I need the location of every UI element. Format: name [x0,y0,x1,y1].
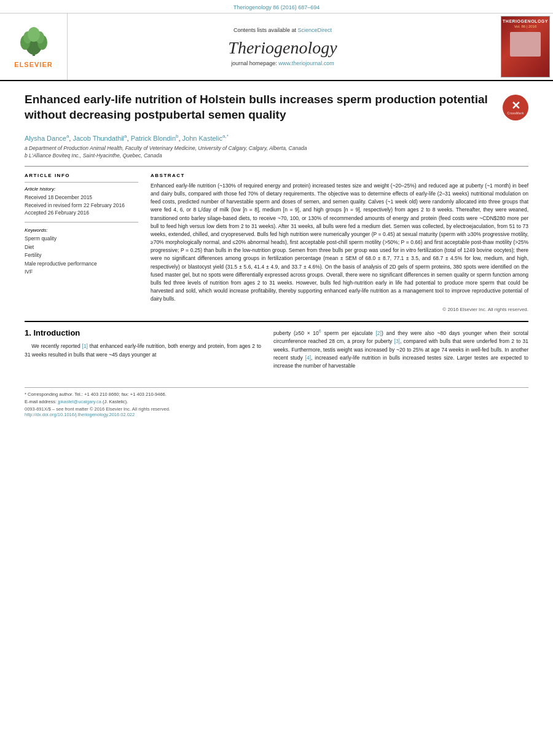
sciencedirect-link[interactable]: ScienceDirect [298,27,332,33]
keyword-1: Sperm quality [25,235,138,243]
affiliation-b: b L'Alliance Boviteq Inc., Saint-Hyacint… [25,152,528,160]
abstract-heading: ABSTRACT [151,173,528,178]
journal-header: ELSEVIER Contents lists available at Sci… [0,14,553,81]
crossmark-icon: ✕ CrossMark [503,95,528,120]
authors-line: Alysha Dancea, Jacob Thundathila, Patric… [25,133,528,142]
received-revised-date: Received in revised form 22 February 201… [25,202,138,210]
crossmark-label: CrossMark [508,111,524,115]
main-content: Enhanced early-life nutrition of Holstei… [0,81,553,381]
elsevier-wordmark: ELSEVIER [14,61,52,68]
article-title: Enhanced early-life nutrition of Holstei… [25,92,503,122]
contents-text: Contents lists available at [233,27,296,33]
homepage-line: journal homepage: www.theriojournal.com [231,60,334,66]
article-info-heading: ARTICLE INFO [25,173,138,178]
journal-cover-image: THERIOGENOLOGY Vol. 86 | 2016 [501,16,550,77]
bold-both: both [168,343,178,349]
ref-1[interactable]: [1] [82,343,88,349]
doi-line[interactable]: http://dx.doi.org/10.1016/j.theriogenolo… [25,412,528,417]
affiliation-a: a Department of Production Animal Health… [25,145,528,152]
elsevier-tree-icon [15,25,52,59]
intro-number: 1. [25,328,33,337]
introduction-left: 1. Introduction We recently reported [1]… [25,328,261,370]
cover-image-placeholder [510,32,541,57]
sciencedirect-line: Contents lists available at ScienceDirec… [233,27,332,33]
affiliations: a Department of Production Animal Health… [25,145,528,160]
intro-title: Introduction [33,328,80,337]
introduction-section: 1. Introduction We recently reported [1]… [25,321,528,370]
email-note: E-mail address: jpkastel@ucalgary.ca (J.… [25,399,528,404]
author-name-thundathil[interactable]: Jacob Thundathil [73,135,124,142]
introduction-heading: 1. Introduction [25,328,261,337]
author-name-dance[interactable]: Alysha Dance [25,135,66,142]
introduction-left-text: We recently reported [1] that enhanced e… [25,342,261,358]
two-column-section: ARTICLE INFO Article history: Received 1… [25,166,528,313]
top-bar: Theriogenology 86 (2016) 687–694 [0,0,553,14]
author-name-kastelic[interactable]: John Kastelic [182,135,222,142]
footer: * Corresponding author. Tel.: +1 403 210… [25,387,528,421]
accepted-date: Accepted 26 February 2016 [25,209,138,217]
email-address[interactable]: jpkastel@ucalgary.ca [58,399,101,404]
cover-journal-title: THERIOGENOLOGY [503,19,548,23]
keywords-section: Keywords: Sperm quality Diet Fertility M… [25,227,138,277]
email-label: E-mail address: [25,399,58,404]
homepage-text: journal homepage: [231,60,277,66]
abstract-column: ABSTRACT Enhanced early-life nutrition (… [151,173,528,313]
abstract-text: Enhanced early-life nutrition (~130% of … [151,182,528,304]
introduction-right-text: puberty (≥50 × 106 sperm per ejaculate [… [273,328,528,370]
ref-3[interactable]: [3] [394,338,400,344]
keyword-4: Male reproductive performance [25,260,138,269]
journal-title-area: Contents lists available at ScienceDirec… [68,14,498,80]
keywords-label: Keywords: [25,227,138,233]
journal-cover-area: THERIOGENOLOGY Vol. 86 | 2016 [498,14,553,80]
page: Theriogenology 86 (2016) 687–694 ELSEVIE… [0,0,553,756]
article-history: Article history: Received 18 December 20… [25,186,138,217]
copyright-line: © 2016 Elsevier Inc. All rights reserved… [151,307,528,312]
homepage-url[interactable]: www.theriojournal.com [278,60,334,66]
info-divider [25,182,138,183]
keywords-divider [25,222,138,222]
svg-point-6 [28,27,40,42]
crossmark-badge: ✕ CrossMark [503,95,528,120]
issn-line: 0093-691X/$ – see front matter © 2016 El… [25,406,528,412]
corresponding-author-note: * Corresponding author. Tel.: +1 403 210… [25,392,528,397]
introduction-right: puberty (≥50 × 106 sperm per ejaculate [… [273,328,528,370]
article-info-column: ARTICLE INFO Article history: Received 1… [25,173,138,313]
received-date: Received 18 December 2015 [25,194,138,202]
keyword-3: Fertility [25,251,138,260]
keyword-5: IVF [25,268,138,277]
ref-2[interactable]: [2] [375,330,381,336]
history-label: Article history: [25,186,138,192]
keyword-2: Diet [25,243,138,252]
journal-name: Theriogenology [228,38,337,58]
ref-4[interactable]: [4] [305,355,311,361]
author-name-blondin[interactable]: Patrick Blondin [131,135,176,142]
email-name: (J. Kastelic). [101,399,128,404]
journal-reference: Theriogenology 86 (2016) 687–694 [233,4,320,10]
cover-volume: Vol. 86 | 2016 [514,25,537,28]
elsevier-logo-area: ELSEVIER [0,14,68,80]
crossmark-cross-symbol: ✕ [511,100,520,111]
article-title-section: Enhanced early-life nutrition of Holstei… [25,92,528,127]
